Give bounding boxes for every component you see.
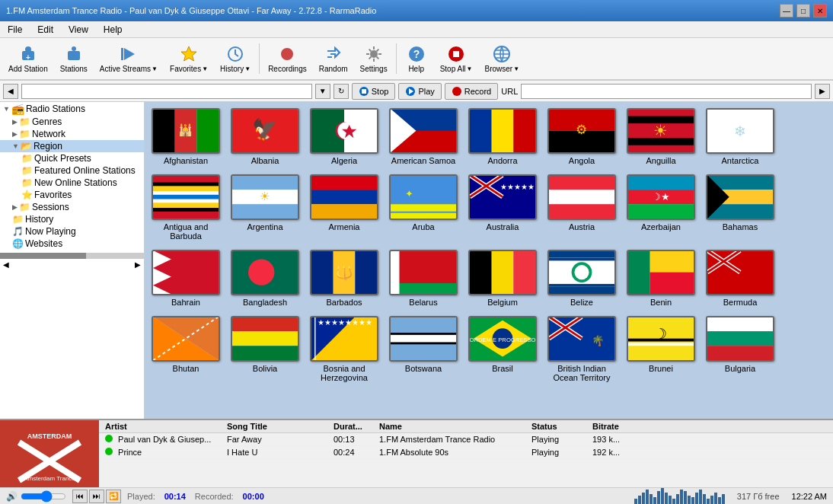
svg-rect-6 [121,48,123,60]
flag-item[interactable]: Belarus [385,247,461,310]
flag-item[interactable]: Belgium [464,247,541,310]
sidebar-item-sessions[interactable]: ▶ 📁 Sessions [0,201,144,213]
random-button[interactable]: Random [314,40,353,77]
random-label: Random [319,65,348,73]
flag-item[interactable]: Belize [544,247,620,310]
recordings-button[interactable]: Recordings [263,40,312,77]
sidebar-item-region[interactable]: ▼ 📂 Region [0,140,144,152]
nav-input[interactable] [21,84,312,99]
flag-item[interactable]: Bermuda [702,247,778,310]
menu-help[interactable]: Help [99,23,127,37]
browser-icon [493,45,511,63]
flag-item[interactable]: 🦅Albania [227,105,303,168]
flag-item[interactable]: Andorra [464,105,541,168]
maximize-button[interactable]: □ [796,4,810,18]
repeat-button[interactable]: 🔁 [106,490,121,503]
refresh-button[interactable]: ↻ [334,84,349,99]
flag-item[interactable]: ORDEM E PROGRESSOBrasil [464,313,541,385]
menu-file[interactable]: File [3,23,27,37]
flag-item[interactable]: ✦Aruba [385,171,461,244]
spectrum-bar [661,488,664,505]
volume-slider[interactable] [21,490,66,502]
flag-item[interactable]: Bhutan [148,313,224,385]
sidebar-item-network[interactable]: ▶ 📁 Network [0,128,144,140]
scroll-right[interactable]: ▶ [135,260,141,269]
stop-all-label: Stop All [440,65,466,73]
track-row[interactable]: Prince I Hate U 00:24 1.FM Absolute 90s … [99,446,833,459]
sidebar-item-now-playing[interactable]: 🎵 Now Playing [0,225,144,238]
flag-image: ☽★ [627,174,695,220]
flag-item[interactable]: ☽Brunei [623,313,699,385]
recordings-icon [278,45,296,63]
record-button[interactable]: Record [445,83,498,100]
flag-item[interactable]: ⚙Angola [544,105,620,168]
flag-image: ORDEM E PROGRESSO [468,316,537,362]
svg-rect-15 [453,51,459,57]
recorded-value: 00:00 [243,492,264,501]
flag-label: American Samoa [391,156,455,165]
spectrum-bar [676,494,679,505]
sidebar-item-radio-stations[interactable]: ▼ 📻 Radio Stations [0,102,144,116]
active-streams-button[interactable]: Active Streams ▼ [94,40,163,77]
flag-item[interactable]: Bahamas [702,171,778,244]
favorites-button[interactable]: Favorites ▼ [164,40,213,77]
track-row[interactable]: Paul van Dyk & Giusep... Far Away 00:13 … [99,433,833,446]
flag-item[interactable]: Antigua and Barbuda [148,171,224,244]
sidebar-item-new-online[interactable]: 📁 New Online Stations [0,177,144,189]
flag-item[interactable]: ☀Argentina [227,171,303,244]
flag-item[interactable]: Bulgaria [702,313,778,385]
flag-item[interactable]: American Samoa [385,105,461,168]
url-go-button[interactable]: ▶ [815,84,830,99]
played-value: 00:14 [164,492,186,501]
minimize-button[interactable]: — [780,4,793,18]
close-button[interactable]: ✕ [813,4,827,18]
flag-image [231,316,299,362]
flag-item[interactable]: ☽★Azerbaijan [623,171,699,244]
spectrum-bar [703,494,706,505]
stop-all-button[interactable]: Stop All ▼ [435,40,478,77]
flag-item[interactable]: ❄Antarctica [702,105,778,168]
back-button[interactable]: ◀ [3,84,18,99]
svg-point-21 [452,87,461,96]
flag-item[interactable]: Bangladesh [227,247,303,310]
play-button[interactable]: Play [398,83,441,100]
flag-item[interactable]: 🕌Afghanistan [148,105,224,168]
add-station-button[interactable]: + Add Station [3,40,53,77]
prev-button[interactable]: ⏮ [72,490,88,503]
flag-item[interactable]: Bolivia [227,313,303,385]
flag-item[interactable]: Algeria [306,105,382,168]
stop-button[interactable]: Stop [352,83,396,100]
nav-dropdown-button[interactable]: ▼ [315,84,330,99]
sidebar-item-genres[interactable]: ▶ 📁 Genres [0,116,144,128]
settings-button[interactable]: Settings [355,40,393,77]
stations-button[interactable]: Stations [55,40,93,77]
menu-view[interactable]: View [64,23,93,37]
sidebar-item-featured[interactable]: 📁 Featured Online Stations [0,164,144,177]
genres-expand-icon: ▶ [12,118,18,126]
browser-button[interactable]: Browser ▼ [480,40,525,77]
flag-item[interactable]: Bahrain [148,247,224,310]
sidebar-item-history[interactable]: 📁 History [0,213,144,225]
history-button[interactable]: History ▼ [215,40,256,77]
sidebar-item-favorites[interactable]: ⭐ Favorites [0,189,144,201]
flag-item[interactable]: Benin [623,247,699,310]
flag-item[interactable]: Botswana [385,313,461,385]
svg-rect-123 [391,335,456,343]
flag-item[interactable]: 🌴British Indian Ocean Territory [544,313,620,385]
flag-item[interactable]: ★★★★★Australia [464,171,541,244]
svg-point-85 [248,260,274,285]
sidebar-item-websites[interactable]: 🌐 Websites [0,238,144,250]
flag-item[interactable]: Austria [544,171,620,244]
next-button[interactable]: ⏭ [89,490,104,503]
favorites-label: Favorites [170,65,201,73]
flag-item[interactable]: ☀Anguilla [623,105,699,168]
flag-item[interactable]: Armenia [306,171,382,244]
scroll-left[interactable]: ◀ [3,260,9,269]
flag-item[interactable]: 🔱Barbados [306,247,382,310]
sidebar-item-quick-presets[interactable]: 📁 Quick Presets [0,152,144,164]
sidebar-label-now-playing: Now Playing [25,226,76,237]
flag-item[interactable]: ★★★★★★★★Bosnia and Herzegovina [306,313,382,385]
help-button[interactable]: ? Help [400,40,433,77]
menu-edit[interactable]: Edit [33,23,58,37]
url-input[interactable] [521,84,812,99]
